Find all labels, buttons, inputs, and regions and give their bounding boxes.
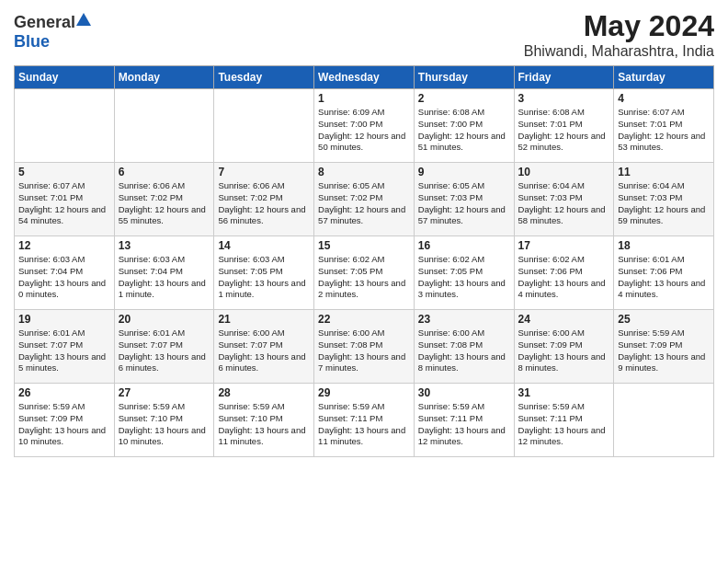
day-info: Sunrise: 5:59 AM Sunset: 7:10 PM Dayligh… <box>119 401 210 448</box>
day-number: 21 <box>218 313 310 326</box>
day-number: 23 <box>418 313 510 326</box>
calendar-cell: 28Sunrise: 5:59 AM Sunset: 7:10 PM Dayli… <box>214 384 314 457</box>
day-info: Sunrise: 5:59 AM Sunset: 7:09 PM Dayligh… <box>618 327 710 374</box>
calendar-cell: 16Sunrise: 6:02 AM Sunset: 7:05 PM Dayli… <box>414 236 514 310</box>
day-number: 30 <box>418 386 510 399</box>
calendar-cell: 13Sunrise: 6:03 AM Sunset: 7:04 PM Dayli… <box>114 236 214 310</box>
day-info: Sunrise: 6:03 AM Sunset: 7:04 PM Dayligh… <box>18 254 110 301</box>
weekday-header: Tuesday <box>214 66 314 89</box>
logo-blue: Blue <box>14 32 50 51</box>
calendar-cell: 20Sunrise: 6:01 AM Sunset: 7:07 PM Dayli… <box>114 310 214 384</box>
calendar-cell: 15Sunrise: 6:02 AM Sunset: 7:05 PM Dayli… <box>314 236 415 310</box>
calendar-week-row: 19Sunrise: 6:01 AM Sunset: 7:07 PM Dayli… <box>15 310 714 384</box>
calendar-cell: 18Sunrise: 6:01 AM Sunset: 7:06 PM Dayli… <box>614 236 714 310</box>
day-number: 24 <box>518 313 610 326</box>
day-number: 1 <box>318 92 410 105</box>
day-info: Sunrise: 6:03 AM Sunset: 7:04 PM Dayligh… <box>119 254 210 301</box>
day-number: 11 <box>618 166 710 178</box>
logo-icon <box>76 13 91 26</box>
day-info: Sunrise: 6:08 AM Sunset: 7:01 PM Dayligh… <box>518 107 610 154</box>
day-info: Sunrise: 6:04 AM Sunset: 7:03 PM Dayligh… <box>518 180 610 227</box>
day-number: 26 <box>18 386 110 399</box>
day-number: 13 <box>119 239 210 252</box>
day-number: 15 <box>318 239 410 252</box>
calendar-cell: 7Sunrise: 6:06 AM Sunset: 7:02 PM Daylig… <box>214 163 314 236</box>
calendar-week-row: 26Sunrise: 5:59 AM Sunset: 7:09 PM Dayli… <box>15 384 714 457</box>
weekday-header: Saturday <box>614 66 714 89</box>
day-number: 12 <box>18 239 110 252</box>
logo-general: General <box>14 13 75 31</box>
day-number: 17 <box>518 239 610 252</box>
day-info: Sunrise: 5:59 AM Sunset: 7:10 PM Dayligh… <box>218 401 310 448</box>
day-number: 31 <box>518 386 610 399</box>
day-info: Sunrise: 6:03 AM Sunset: 7:05 PM Dayligh… <box>218 254 310 301</box>
calendar-cell <box>614 384 714 457</box>
day-number: 29 <box>318 386 410 399</box>
day-number: 6 <box>119 166 210 178</box>
calendar-cell: 11Sunrise: 6:04 AM Sunset: 7:03 PM Dayli… <box>614 163 714 236</box>
day-info: Sunrise: 6:00 AM Sunset: 7:08 PM Dayligh… <box>318 327 410 374</box>
day-number: 20 <box>119 313 210 326</box>
day-number: 9 <box>418 166 510 178</box>
calendar-week-row: 12Sunrise: 6:03 AM Sunset: 7:04 PM Dayli… <box>15 236 714 310</box>
page-container: General Blue May 2024 Bhiwandi, Maharash… <box>0 0 728 466</box>
weekday-header-row: SundayMondayTuesdayWednesdayThursdayFrid… <box>15 66 714 89</box>
title-block: May 2024 Bhiwandi, Maharashtra, India <box>524 9 714 60</box>
day-info: Sunrise: 6:02 AM Sunset: 7:06 PM Dayligh… <box>518 254 610 301</box>
day-info: Sunrise: 5:59 AM Sunset: 7:11 PM Dayligh… <box>418 401 510 448</box>
calendar-cell: 23Sunrise: 6:00 AM Sunset: 7:08 PM Dayli… <box>414 310 514 384</box>
calendar-cell: 29Sunrise: 5:59 AM Sunset: 7:11 PM Dayli… <box>314 384 415 457</box>
day-info: Sunrise: 6:02 AM Sunset: 7:05 PM Dayligh… <box>318 254 410 301</box>
calendar-cell: 4Sunrise: 6:07 AM Sunset: 7:01 PM Daylig… <box>614 89 714 163</box>
day-info: Sunrise: 6:09 AM Sunset: 7:00 PM Dayligh… <box>318 107 410 154</box>
day-number: 4 <box>618 92 710 105</box>
day-number: 28 <box>218 386 310 399</box>
weekday-header: Sunday <box>15 66 115 89</box>
day-number: 27 <box>119 386 210 399</box>
calendar-cell: 30Sunrise: 5:59 AM Sunset: 7:11 PM Dayli… <box>414 384 514 457</box>
calendar-cell: 27Sunrise: 5:59 AM Sunset: 7:10 PM Dayli… <box>114 384 214 457</box>
calendar-cell: 6Sunrise: 6:06 AM Sunset: 7:02 PM Daylig… <box>114 163 214 236</box>
weekday-header: Friday <box>514 66 614 89</box>
calendar-week-row: 1Sunrise: 6:09 AM Sunset: 7:00 PM Daylig… <box>15 89 714 163</box>
day-info: Sunrise: 6:05 AM Sunset: 7:02 PM Dayligh… <box>318 180 410 227</box>
day-info: Sunrise: 5:59 AM Sunset: 7:09 PM Dayligh… <box>18 401 110 448</box>
calendar-cell: 24Sunrise: 6:00 AM Sunset: 7:09 PM Dayli… <box>514 310 614 384</box>
calendar-cell <box>114 89 214 163</box>
svg-marker-0 <box>76 13 91 26</box>
day-info: Sunrise: 6:05 AM Sunset: 7:03 PM Dayligh… <box>418 180 510 227</box>
calendar-cell: 3Sunrise: 6:08 AM Sunset: 7:01 PM Daylig… <box>514 89 614 163</box>
calendar-cell: 9Sunrise: 6:05 AM Sunset: 7:03 PM Daylig… <box>414 163 514 236</box>
day-number: 8 <box>318 166 410 178</box>
day-info: Sunrise: 6:01 AM Sunset: 7:06 PM Dayligh… <box>618 254 710 301</box>
logo: General Blue <box>14 13 91 52</box>
day-number: 14 <box>218 239 310 252</box>
calendar-cell <box>214 89 314 163</box>
calendar-cell: 8Sunrise: 6:05 AM Sunset: 7:02 PM Daylig… <box>314 163 415 236</box>
calendar-table: SundayMondayTuesdayWednesdayThursdayFrid… <box>14 65 714 457</box>
day-info: Sunrise: 6:06 AM Sunset: 7:02 PM Dayligh… <box>119 180 210 227</box>
calendar-cell: 1Sunrise: 6:09 AM Sunset: 7:00 PM Daylig… <box>314 89 415 163</box>
day-info: Sunrise: 6:02 AM Sunset: 7:05 PM Dayligh… <box>418 254 510 301</box>
day-number: 2 <box>418 92 510 105</box>
day-info: Sunrise: 5:59 AM Sunset: 7:11 PM Dayligh… <box>518 401 610 448</box>
day-info: Sunrise: 6:07 AM Sunset: 7:01 PM Dayligh… <box>618 107 710 154</box>
calendar-cell: 21Sunrise: 6:00 AM Sunset: 7:07 PM Dayli… <box>214 310 314 384</box>
calendar-cell: 17Sunrise: 6:02 AM Sunset: 7:06 PM Dayli… <box>514 236 614 310</box>
day-info: Sunrise: 6:00 AM Sunset: 7:09 PM Dayligh… <box>518 327 610 374</box>
calendar-cell: 12Sunrise: 6:03 AM Sunset: 7:04 PM Dayli… <box>15 236 115 310</box>
weekday-header: Wednesday <box>314 66 415 89</box>
calendar-cell: 26Sunrise: 5:59 AM Sunset: 7:09 PM Dayli… <box>15 384 115 457</box>
day-number: 19 <box>18 313 110 326</box>
header: General Blue May 2024 Bhiwandi, Maharash… <box>14 9 714 60</box>
weekday-header: Thursday <box>414 66 514 89</box>
calendar-cell <box>15 89 115 163</box>
calendar-cell: 14Sunrise: 6:03 AM Sunset: 7:05 PM Dayli… <box>214 236 314 310</box>
day-info: Sunrise: 5:59 AM Sunset: 7:11 PM Dayligh… <box>318 401 410 448</box>
calendar-cell: 22Sunrise: 6:00 AM Sunset: 7:08 PM Dayli… <box>314 310 415 384</box>
day-info: Sunrise: 6:04 AM Sunset: 7:03 PM Dayligh… <box>618 180 710 227</box>
day-info: Sunrise: 6:00 AM Sunset: 7:07 PM Dayligh… <box>218 327 310 374</box>
day-info: Sunrise: 6:07 AM Sunset: 7:01 PM Dayligh… <box>18 180 110 227</box>
calendar-cell: 25Sunrise: 5:59 AM Sunset: 7:09 PM Dayli… <box>614 310 714 384</box>
day-info: Sunrise: 6:01 AM Sunset: 7:07 PM Dayligh… <box>119 327 210 374</box>
